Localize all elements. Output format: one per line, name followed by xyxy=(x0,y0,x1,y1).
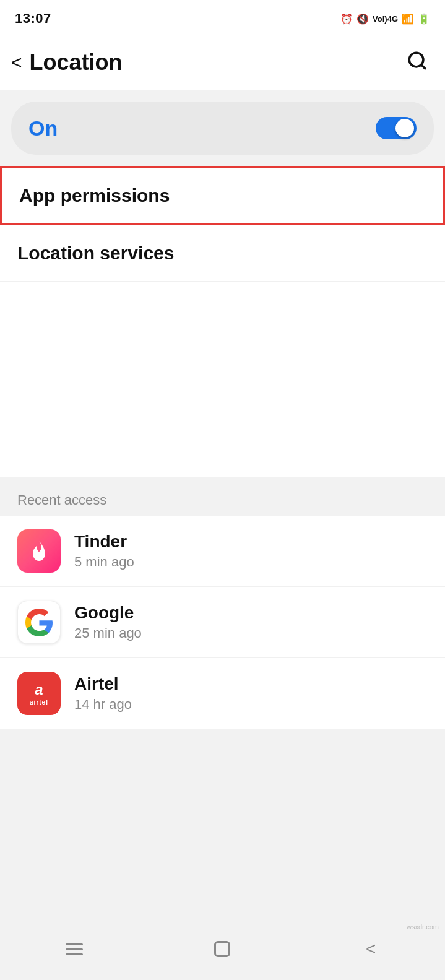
svg-line-1 xyxy=(421,64,425,68)
location-services-label: Location services xyxy=(17,243,174,264)
toggle-knob xyxy=(395,119,414,137)
google-list-item[interactable]: Google 25 min ago xyxy=(0,587,445,658)
battery-icon: 🔋 xyxy=(418,13,430,25)
wifi-icon: 📶 xyxy=(402,13,414,25)
google-name: Google xyxy=(74,603,142,623)
content-area: App permissions Location services xyxy=(0,166,445,477)
toggle-label: On xyxy=(28,116,58,141)
search-button[interactable] xyxy=(407,50,428,76)
location-toggle[interactable] xyxy=(376,117,417,139)
tinder-list-item[interactable]: Tinder 5 min ago xyxy=(0,516,445,587)
google-info: Google 25 min ago xyxy=(74,603,142,641)
home-square-icon xyxy=(214,941,230,957)
signal-icon: Vol)4G xyxy=(373,14,398,24)
app-permissions-item[interactable]: App permissions xyxy=(0,166,445,225)
nav-back-button[interactable]: < xyxy=(355,937,386,961)
page-title: Location xyxy=(30,50,123,76)
status-time: 13:07 xyxy=(15,11,51,27)
recent-access-list: Tinder 5 min ago Google 25 min ago a air… xyxy=(0,516,445,729)
airtel-name: Airtel xyxy=(74,674,132,694)
google-time: 25 min ago xyxy=(74,625,142,641)
status-bar: 13:07 ⏰ 🔇 Vol)4G 📶 🔋 xyxy=(0,0,445,35)
top-bar-left: < Location xyxy=(11,50,123,76)
back-chevron-icon: < xyxy=(366,939,376,959)
alarm-icon: ⏰ xyxy=(340,13,353,25)
watermark: wsxdr.com xyxy=(407,923,439,930)
tinder-icon xyxy=(17,529,61,573)
app-permissions-label: App permissions xyxy=(19,185,170,206)
airtel-info: Airtel 14 hr ago xyxy=(74,674,132,713)
tinder-info: Tinder 5 min ago xyxy=(74,532,134,570)
airtel-list-item[interactable]: a airtel Airtel 14 hr ago xyxy=(0,658,445,729)
airtel-time: 14 hr ago xyxy=(74,696,132,713)
location-toggle-section[interactable]: On xyxy=(11,102,434,155)
airtel-logo-a: a xyxy=(35,681,43,698)
menu-lines-icon xyxy=(66,943,83,955)
back-button[interactable]: < xyxy=(11,53,22,72)
tinder-name: Tinder xyxy=(74,532,134,552)
nav-menu-button[interactable] xyxy=(59,937,90,961)
tinder-time: 5 min ago xyxy=(74,554,134,570)
nav-home-button[interactable] xyxy=(207,937,238,961)
top-bar: < Location xyxy=(0,35,445,90)
mute-icon: 🔇 xyxy=(356,13,369,25)
recent-access-label: Recent access xyxy=(17,492,106,508)
status-icons: ⏰ 🔇 Vol)4G 📶 🔋 xyxy=(340,13,430,25)
spacer xyxy=(0,729,445,925)
airtel-icon: a airtel xyxy=(17,672,61,715)
google-icon xyxy=(17,601,61,644)
location-services-item[interactable]: Location services xyxy=(0,225,445,282)
bottom-nav: < xyxy=(0,924,445,980)
recent-access-section-header: Recent access xyxy=(0,477,445,516)
airtel-logo-label: airtel xyxy=(30,699,48,706)
